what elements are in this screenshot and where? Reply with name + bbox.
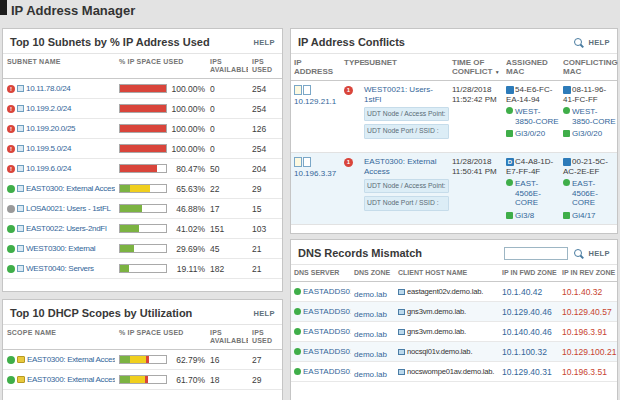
conflicts-panel-title: IP Address Conflicts xyxy=(298,36,570,48)
device-vendor-icon xyxy=(506,86,514,94)
col-ip-fwd-zone[interactable]: IP IN FWD ZONE xyxy=(499,267,559,279)
col-dns-server[interactable]: DNS SERVER xyxy=(291,267,351,279)
utilization-percent: 62.79% xyxy=(167,355,205,365)
col-subnet-name[interactable]: SUBNET NAME xyxy=(3,57,115,66)
assigned-node-link[interactable]: EAST-4506E-CORE xyxy=(515,179,560,208)
subnet-link[interactable]: LOSA0021: Users - 1stFL xyxy=(26,204,111,213)
assigned-port-link[interactable]: Gi3/0/20 xyxy=(515,129,545,139)
conflict-document-icon xyxy=(303,157,311,167)
client-host-name: eastagent02v.demo.lab. xyxy=(407,287,483,296)
udt-node-label: UDT Node / Access Point: xyxy=(364,107,449,121)
ip-fwd-zone: 10.129.40.31 xyxy=(499,367,559,377)
conflict-document-icon xyxy=(303,85,311,95)
dns-zone-link[interactable]: demo.lab xyxy=(354,370,387,379)
conflicting-port-link[interactable]: Gi3/0/20 xyxy=(572,129,602,139)
ip-rev-zone: 10.129.100.21 xyxy=(559,347,617,357)
conflict-time: 11:52:42 PM xyxy=(452,95,503,105)
help-link[interactable]: HELP xyxy=(588,249,610,258)
subnet-link[interactable]: 10.199.20.0/25 xyxy=(26,124,75,133)
dns-zone-link[interactable]: demo.lab xyxy=(354,290,387,299)
status-critical-icon xyxy=(7,125,15,133)
server-up-icon xyxy=(294,328,301,335)
col-client-host-name[interactable]: CLIENT HOST NAME xyxy=(395,267,499,279)
col-ip-rev-zone[interactable]: IP IN REV ZONE xyxy=(559,267,617,279)
ips-used: 27 xyxy=(248,355,282,365)
conflict-subnet-link[interactable]: EAST0300: External Access xyxy=(364,157,449,176)
dns-server-link[interactable]: EASTADDS01v xyxy=(303,287,351,296)
scope-link[interactable]: EAST0300: External Access xyxy=(27,375,115,384)
col-scope-name[interactable]: SCOPE NAME xyxy=(3,328,115,337)
dns-server-link[interactable]: EASTADDS01v xyxy=(303,347,351,356)
status-critical-icon xyxy=(7,145,15,153)
scope-row: EAST0300: External Access 61.70% 18 29 xyxy=(3,370,282,390)
dns-server-link[interactable]: EASTADDS01v xyxy=(303,327,351,336)
col-type[interactable]: TYPE xyxy=(341,57,361,77)
udt-port-label: UDT Node Port / SSID : xyxy=(364,196,449,210)
col-ip-space-used[interactable]: % IP SPACE USED xyxy=(115,57,206,66)
col-ips-available[interactable]: IPS AVAILABLE xyxy=(206,57,248,74)
ips-available: 45 xyxy=(206,244,248,254)
status-critical-icon xyxy=(7,105,15,113)
subnet-link[interactable]: WEST0300: External xyxy=(26,244,95,253)
search-input[interactable] xyxy=(504,247,568,260)
conflicts-table-header: IP ADDRESS TYPE SUBNET TIME OF CONFLICT … xyxy=(291,53,617,81)
usage-bar xyxy=(119,204,167,213)
conflict-subnet-link[interactable]: WEST0021: Users-1stFl xyxy=(364,85,449,104)
conflicting-node-link[interactable]: EAST-4506E-CORE xyxy=(572,179,617,208)
col-dns-zone[interactable]: DNS ZONE xyxy=(351,267,395,279)
col-ips-used[interactable]: IPS USED xyxy=(248,328,282,345)
usage-bar xyxy=(119,264,167,273)
ips-available: 0 xyxy=(206,104,248,114)
ips-used: 254 xyxy=(248,104,282,114)
dns-server-link[interactable]: EASTADDS01v xyxy=(303,367,351,376)
ips-available: 50 xyxy=(206,164,248,174)
col-conflicting-mac[interactable]: CONFLICTING MAC xyxy=(560,57,617,77)
col-assigned-mac[interactable]: ASSIGNED MAC xyxy=(503,57,560,77)
col-ip-address[interactable]: IP ADDRESS xyxy=(291,57,341,77)
conflict-ip-link[interactable]: 10.129.21.1 xyxy=(294,97,341,107)
assigned-port-link[interactable]: Gi3/8 xyxy=(515,211,534,221)
conflict-row: 10.196.3.37 1 EAST0300: External Access … xyxy=(291,153,617,225)
col-ips-used[interactable]: IPS USED xyxy=(248,57,282,74)
help-link[interactable]: HELP xyxy=(253,38,275,47)
help-link[interactable]: HELP xyxy=(588,38,610,47)
conflicting-port-link[interactable]: Gi4/17 xyxy=(572,211,596,221)
help-link[interactable]: HELP xyxy=(253,309,275,318)
col-ips-available[interactable]: IPS AVAILABLE xyxy=(206,328,248,345)
subnet-link[interactable]: 10.199.6.0/24 xyxy=(26,164,71,173)
dns-zone-link[interactable]: demo.lab xyxy=(354,330,387,339)
subnet-link[interactable]: EAST0300: External Access xyxy=(26,184,115,193)
col-ip-space-used[interactable]: % IP SPACE USED xyxy=(115,328,206,337)
usage-percent: 29.69% xyxy=(167,244,205,254)
subnet-link[interactable]: 10.199.2.0/24 xyxy=(26,104,71,113)
interface-icon xyxy=(563,130,570,137)
col-subnet[interactable]: SUBNET xyxy=(361,57,449,77)
usage-percent: 100.00% xyxy=(167,124,205,134)
usage-bar xyxy=(119,164,167,173)
subnet-row: 10.199.5.0/24 100.00% 0 254 xyxy=(3,139,282,159)
dns-row: EASTADDS01v demo.lab eastagent02v.demo.l… xyxy=(291,282,617,302)
search-icon[interactable] xyxy=(574,249,582,257)
dns-panel-title: DNS Records Mismatch xyxy=(298,247,500,259)
usage-percent: 41.02% xyxy=(167,224,205,234)
search-icon[interactable] xyxy=(574,38,582,46)
node-up-icon xyxy=(506,107,513,114)
ip-rev-zone: 10.196.3.51 xyxy=(559,367,617,377)
subnet-link[interactable]: 10.199.5.0/24 xyxy=(26,144,71,153)
subnet-link[interactable]: WEST0040: Servers xyxy=(26,264,94,273)
usage-bar xyxy=(119,124,167,133)
host-icon xyxy=(398,309,405,315)
conflict-ip-link[interactable]: 10.196.3.37 xyxy=(294,169,341,179)
subnet-link[interactable]: EAST0022: Users-2ndFl xyxy=(26,224,106,233)
subnets-panel-title: Top 10 Subnets by % IP Address Used xyxy=(10,36,249,48)
status-unknown-icon xyxy=(7,205,15,213)
scope-link[interactable]: EAST0300: External Access xyxy=(27,355,115,364)
assigned-node-link[interactable]: WEST-3850-CORE xyxy=(515,107,560,126)
dns-zone-link[interactable]: demo.lab xyxy=(354,310,387,319)
dns-zone-link[interactable]: demo.lab xyxy=(354,350,387,359)
col-time-of-conflict[interactable]: TIME OF CONFLICT ▼ xyxy=(449,57,503,77)
dns-server-link[interactable]: EASTADDS01v xyxy=(303,307,351,316)
conflicting-node-link[interactable]: WEST-3850-CORE xyxy=(572,107,617,126)
subnet-link[interactable]: 10.11.78.0/24 xyxy=(26,84,70,93)
node-up-icon xyxy=(563,179,570,186)
